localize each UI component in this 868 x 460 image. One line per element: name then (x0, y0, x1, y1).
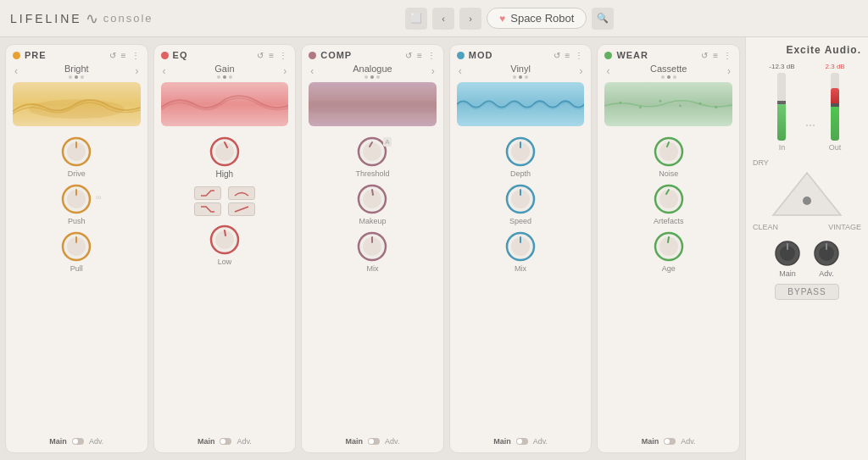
module-comp-toggle[interactable] (368, 438, 380, 445)
module-pre-settings[interactable]: ≡ (120, 51, 127, 60)
module-eq-toggle[interactable] (220, 438, 231, 445)
module-comp-prev[interactable]: ‹ (309, 65, 315, 77)
eq-shape-slope[interactable] (228, 202, 255, 216)
module-mod-undo[interactable]: ↺ (553, 51, 561, 60)
module-comp-next[interactable]: › (430, 65, 437, 77)
svg-line-16 (225, 230, 225, 236)
module-eq-low-knob[interactable] (209, 224, 241, 256)
right-knob-adv[interactable] (812, 239, 841, 268)
module-comp-mix-knob[interactable] (356, 230, 388, 263)
module-pre-push-knob[interactable] (60, 183, 92, 215)
module-eq-high-knob[interactable] (209, 136, 241, 168)
module-mod-main-tab[interactable]: Main (493, 437, 511, 446)
preset-dot (513, 75, 516, 79)
module-eq-undo[interactable]: ↺ (256, 51, 264, 60)
module-comp-threshold-knob-container: A Threshold (355, 136, 389, 178)
module-wear-prev[interactable]: ‹ (604, 65, 611, 77)
module-mod-next[interactable]: › (577, 65, 584, 77)
module-comp-footer: Main Adv. (309, 434, 437, 446)
module-eq-controls: ↺ ≡ ⋮ (256, 51, 288, 60)
module-pre-main-tab[interactable]: Main (49, 437, 67, 446)
module-wear-undo[interactable]: ↺ (700, 51, 709, 60)
module-eq-next[interactable]: › (281, 65, 288, 77)
bypass-button[interactable]: BYPASS (775, 284, 838, 300)
module-mod-depth-knob-container: Depth (504, 136, 537, 178)
module-wear-info[interactable]: ⋮ (722, 51, 732, 60)
module-comp-settings[interactable]: ≡ (416, 51, 423, 60)
module-pre-prev[interactable]: ‹ (13, 65, 19, 77)
module-comp-main-tab[interactable]: Main (346, 437, 364, 446)
preset-dot (667, 75, 670, 79)
module-eq-main-tab[interactable]: Main (198, 437, 215, 446)
module-mod-toggle[interactable] (516, 438, 528, 445)
module-eq-settings[interactable]: ≡ (268, 51, 275, 60)
module-eq-adv-tab[interactable]: Adv. (236, 437, 251, 446)
module-wear-noise-label: Noise (659, 169, 678, 178)
module-pre-drive-knob[interactable] (60, 136, 92, 168)
input-meter-slider[interactable] (777, 101, 786, 104)
svg-line-13 (235, 207, 248, 212)
module-wear-label: WEAR (616, 50, 648, 60)
module-wear-toggle[interactable] (664, 438, 676, 445)
waveform-eq-svg (161, 82, 289, 126)
module-wear-next[interactable]: › (726, 65, 732, 77)
auto-badge: A (383, 137, 391, 147)
module-mod-mix-knob[interactable] (504, 230, 537, 263)
module-eq-header: EQ ↺ ≡ ⋮ (161, 50, 289, 60)
module-mod-info[interactable]: ⋮ (574, 51, 584, 60)
eq-shape-highshelf[interactable] (194, 186, 221, 200)
waveform-wear-svg (604, 82, 732, 126)
svg-point-0 (29, 99, 125, 119)
module-pre-footer: Main Adv. (13, 434, 141, 446)
search-button[interactable]: 🔍 (592, 8, 614, 30)
module-wear-adv-tab[interactable]: Adv. (681, 437, 695, 446)
dry-triangle-svg[interactable] (769, 169, 845, 219)
module-wear-settings[interactable]: ≡ (712, 51, 719, 60)
save-button[interactable]: ⬜ (405, 8, 427, 30)
module-pre-toggle[interactable] (72, 438, 84, 445)
module-pre-pull-knob[interactable] (60, 230, 92, 263)
module-comp-undo[interactable]: ↺ (404, 51, 413, 60)
next-preset-button[interactable]: › (459, 8, 481, 30)
search-icon: 🔍 (597, 13, 609, 24)
module-wear-noise-knob[interactable] (653, 136, 685, 168)
svg-rect-17 (309, 101, 437, 112)
module-eq-prev[interactable]: ‹ (161, 65, 168, 77)
module-wear-artefacts-knob[interactable] (653, 183, 685, 215)
module-mod-speed-knob[interactable] (504, 183, 537, 215)
preset-display: ♥ Space Robot (487, 8, 587, 29)
svg-point-40 (699, 103, 702, 105)
module-pre-label: PRE (25, 50, 47, 60)
eq-shape-bell1[interactable] (228, 186, 255, 200)
module-comp-adv-tab[interactable]: Adv. (385, 437, 399, 446)
module-eq-preset-name: Gain (214, 64, 234, 74)
module-comp-info[interactable]: ⋮ (426, 51, 437, 60)
module-mod-mix-label: Mix (515, 264, 526, 273)
module-eq-low-knob-container: Low (209, 224, 241, 266)
module-wear-main-tab[interactable]: Main (642, 437, 659, 446)
prev-preset-button[interactable]: ‹ (432, 8, 454, 30)
module-pre-adv-tab[interactable]: Adv. (89, 437, 103, 446)
module-wear-preset-row: ‹ Cassette › (604, 64, 732, 79)
triangle-area[interactable] (753, 169, 861, 219)
module-wear-controls: ↺ ≡ ⋮ (700, 51, 732, 60)
module-mod-settings[interactable]: ≡ (565, 51, 571, 60)
module-mod-prev[interactable]: ‹ (457, 65, 464, 77)
module-pre-push-knob-container: Push ∞ (60, 183, 92, 225)
module-pre-info[interactable]: ⋮ (131, 51, 141, 60)
module-comp-preset-row: ‹ Analogue › (309, 64, 437, 79)
module-pre-push-label: Push (68, 217, 86, 225)
right-knob-main[interactable] (773, 239, 802, 268)
module-eq-preset-dots (217, 75, 232, 79)
module-mod-dot (457, 52, 465, 59)
module-comp-makeup-knob[interactable] (356, 183, 388, 215)
eq-shape-lowshelf[interactable] (194, 202, 221, 216)
module-pre-undo[interactable]: ↺ (108, 51, 117, 60)
module-pre-title-row: PRE (13, 50, 47, 60)
module-pre-next[interactable]: › (134, 65, 141, 77)
module-mod-depth-knob[interactable] (504, 136, 537, 168)
module-eq-info[interactable]: ⋮ (278, 51, 288, 60)
module-wear-age-knob[interactable] (653, 230, 685, 263)
output-meter-slider[interactable] (831, 103, 839, 107)
module-mod-adv-tab[interactable]: Adv. (533, 437, 548, 446)
